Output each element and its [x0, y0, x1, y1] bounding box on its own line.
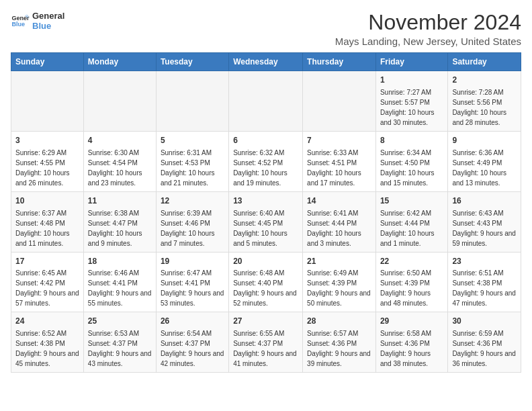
header: General Blue General Blue November 2024 … [11, 11, 521, 47]
day-info: Sunrise: 6:52 AM Sunset: 4:38 PM Dayligh… [15, 328, 79, 369]
logo-line1: General [32, 11, 64, 21]
day-info: Sunrise: 6:33 AM Sunset: 4:51 PM Dayligh… [307, 148, 371, 188]
day-info: Sunrise: 6:47 AM Sunset: 4:41 PM Dayligh… [161, 268, 224, 308]
day-info: Sunrise: 6:58 AM Sunset: 4:36 PM Dayligh… [380, 328, 443, 369]
day-number: 3 [15, 135, 79, 146]
calendar-cell [229, 71, 303, 132]
day-number: 10 [15, 195, 79, 207]
calendar-cell: 10Sunrise: 6:37 AM Sunset: 4:48 PM Dayli… [11, 191, 84, 252]
calendar-cell: 17Sunrise: 6:45 AM Sunset: 4:42 PM Dayli… [11, 252, 84, 312]
day-number: 27 [233, 316, 298, 327]
day-number: 23 [452, 256, 517, 267]
day-number: 2 [452, 75, 517, 86]
calendar-cell: 14Sunrise: 6:41 AM Sunset: 4:44 PM Dayli… [303, 191, 376, 252]
day-info: Sunrise: 7:28 AM Sunset: 5:56 PM Dayligh… [452, 87, 517, 128]
day-info: Sunrise: 6:40 AM Sunset: 4:45 PM Dayligh… [233, 208, 298, 248]
day-number: 20 [233, 256, 298, 267]
main-title: November 2024 [335, 11, 521, 34]
day-info: Sunrise: 6:29 AM Sunset: 4:55 PM Dayligh… [15, 148, 79, 188]
day-number: 28 [307, 316, 371, 327]
calendar-cell: 8Sunrise: 6:34 AM Sunset: 4:50 PM Daylig… [375, 131, 447, 191]
day-info: Sunrise: 6:37 AM Sunset: 4:48 PM Dayligh… [15, 208, 79, 248]
calendar-cell: 18Sunrise: 6:46 AM Sunset: 4:41 PM Dayli… [83, 252, 156, 312]
calendar-week-row: 1Sunrise: 7:27 AM Sunset: 5:57 PM Daylig… [11, 71, 521, 132]
weekday-header-monday: Monday [83, 53, 156, 71]
calendar-cell [303, 71, 376, 132]
weekday-header-thursday: Thursday [303, 53, 376, 71]
day-number: 5 [161, 135, 224, 146]
calendar-cell: 2Sunrise: 7:28 AM Sunset: 5:56 PM Daylig… [448, 71, 521, 132]
calendar-cell: 24Sunrise: 6:52 AM Sunset: 4:38 PM Dayli… [11, 312, 84, 373]
day-number: 26 [161, 316, 224, 327]
logo-icon: General Blue [11, 11, 30, 30]
weekday-header-friday: Friday [375, 53, 447, 71]
day-number: 29 [380, 316, 443, 327]
day-number: 13 [233, 195, 298, 207]
day-number: 9 [452, 135, 517, 146]
day-info: Sunrise: 6:45 AM Sunset: 4:42 PM Dayligh… [15, 268, 79, 308]
calendar-week-row: 17Sunrise: 6:45 AM Sunset: 4:42 PM Dayli… [11, 252, 521, 312]
logo-line2: Blue [32, 21, 64, 31]
calendar-week-row: 3Sunrise: 6:29 AM Sunset: 4:55 PM Daylig… [11, 131, 521, 191]
calendar-cell: 28Sunrise: 6:57 AM Sunset: 4:36 PM Dayli… [303, 312, 376, 373]
day-number: 17 [15, 256, 79, 267]
day-number: 6 [233, 135, 298, 146]
day-number: 19 [161, 256, 224, 267]
calendar-cell: 26Sunrise: 6:54 AM Sunset: 4:37 PM Dayli… [156, 312, 228, 373]
calendar-cell: 6Sunrise: 6:32 AM Sunset: 4:52 PM Daylig… [229, 131, 303, 191]
day-info: Sunrise: 6:41 AM Sunset: 4:44 PM Dayligh… [307, 208, 371, 248]
day-info: Sunrise: 6:59 AM Sunset: 4:36 PM Dayligh… [452, 328, 517, 369]
day-info: Sunrise: 6:30 AM Sunset: 4:54 PM Dayligh… [88, 148, 152, 188]
calendar-week-row: 24Sunrise: 6:52 AM Sunset: 4:38 PM Dayli… [11, 312, 521, 373]
day-info: Sunrise: 6:49 AM Sunset: 4:39 PM Dayligh… [307, 268, 371, 308]
weekday-header-wednesday: Wednesday [229, 53, 303, 71]
svg-text:Blue: Blue [11, 21, 25, 28]
calendar-cell: 29Sunrise: 6:58 AM Sunset: 4:36 PM Dayli… [375, 312, 447, 373]
day-number: 16 [452, 195, 517, 207]
day-info: Sunrise: 6:57 AM Sunset: 4:36 PM Dayligh… [307, 328, 371, 369]
calendar-cell: 5Sunrise: 6:31 AM Sunset: 4:53 PM Daylig… [156, 131, 228, 191]
day-number: 14 [307, 195, 371, 207]
calendar-cell [156, 71, 228, 132]
calendar-cell: 3Sunrise: 6:29 AM Sunset: 4:55 PM Daylig… [11, 131, 84, 191]
calendar-cell: 30Sunrise: 6:59 AM Sunset: 4:36 PM Dayli… [448, 312, 521, 373]
day-info: Sunrise: 6:34 AM Sunset: 4:50 PM Dayligh… [380, 148, 443, 188]
svg-text:General: General [11, 15, 30, 21]
day-info: Sunrise: 6:36 AM Sunset: 4:49 PM Dayligh… [452, 148, 517, 188]
day-info: Sunrise: 6:54 AM Sunset: 4:37 PM Dayligh… [161, 328, 224, 369]
calendar: SundayMondayTuesdayWednesdayThursdayFrid… [11, 52, 521, 373]
day-info: Sunrise: 6:55 AM Sunset: 4:37 PM Dayligh… [233, 328, 298, 369]
day-number: 30 [452, 316, 517, 327]
day-info: Sunrise: 6:50 AM Sunset: 4:39 PM Dayligh… [380, 268, 443, 308]
title-block: November 2024 Mays Landing, New Jersey, … [335, 11, 521, 47]
day-number: 22 [380, 256, 443, 267]
calendar-cell: 20Sunrise: 6:48 AM Sunset: 4:40 PM Dayli… [229, 252, 303, 312]
calendar-cell: 15Sunrise: 6:42 AM Sunset: 4:44 PM Dayli… [375, 191, 447, 252]
day-info: Sunrise: 6:38 AM Sunset: 4:47 PM Dayligh… [88, 208, 152, 248]
calendar-cell: 21Sunrise: 6:49 AM Sunset: 4:39 PM Dayli… [303, 252, 376, 312]
calendar-cell: 16Sunrise: 6:43 AM Sunset: 4:43 PM Dayli… [448, 191, 521, 252]
day-info: Sunrise: 6:42 AM Sunset: 4:44 PM Dayligh… [380, 208, 443, 248]
calendar-cell: 19Sunrise: 6:47 AM Sunset: 4:41 PM Dayli… [156, 252, 228, 312]
day-number: 25 [88, 316, 152, 327]
calendar-cell: 23Sunrise: 6:51 AM Sunset: 4:38 PM Dayli… [448, 252, 521, 312]
day-number: 18 [88, 256, 152, 267]
calendar-week-row: 10Sunrise: 6:37 AM Sunset: 4:48 PM Dayli… [11, 191, 521, 252]
weekday-header-tuesday: Tuesday [156, 53, 228, 71]
weekday-header-saturday: Saturday [448, 53, 521, 71]
weekday-header-sunday: Sunday [11, 53, 84, 71]
day-number: 15 [380, 195, 443, 207]
day-number: 24 [15, 316, 79, 327]
day-info: Sunrise: 6:39 AM Sunset: 4:46 PM Dayligh… [161, 208, 224, 248]
day-number: 1 [380, 75, 443, 86]
day-number: 21 [307, 256, 371, 267]
logo: General Blue General Blue [11, 11, 64, 31]
day-info: Sunrise: 6:43 AM Sunset: 4:43 PM Dayligh… [452, 208, 517, 248]
calendar-cell [11, 71, 84, 132]
day-info: Sunrise: 6:46 AM Sunset: 4:41 PM Dayligh… [88, 268, 152, 308]
day-number: 8 [380, 135, 443, 146]
subtitle: Mays Landing, New Jersey, United States [335, 36, 521, 47]
day-info: Sunrise: 6:48 AM Sunset: 4:40 PM Dayligh… [233, 268, 298, 308]
calendar-cell: 7Sunrise: 6:33 AM Sunset: 4:51 PM Daylig… [303, 131, 376, 191]
calendar-cell [83, 71, 156, 132]
